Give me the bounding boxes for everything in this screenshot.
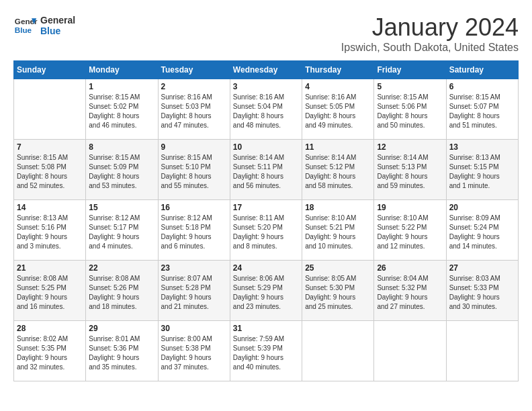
day-number: 29 bbox=[89, 324, 154, 333]
day-number: 10 bbox=[233, 142, 299, 152]
calendar-week-2: 7Sunrise: 8:15 AMSunset: 5:08 PMDaylight… bbox=[14, 140, 519, 200]
day-info: Sunrise: 8:04 AMSunset: 5:32 PMDaylight:… bbox=[377, 274, 443, 312]
day-info: Sunrise: 8:14 AMSunset: 5:11 PMDaylight:… bbox=[233, 153, 299, 191]
calendar-week-5: 28Sunrise: 8:02 AMSunset: 5:35 PMDayligh… bbox=[14, 321, 519, 381]
day-info: Sunrise: 8:00 AMSunset: 5:38 PMDaylight:… bbox=[161, 334, 227, 372]
calendar-cell: 16Sunrise: 8:12 AMSunset: 5:18 PMDayligh… bbox=[158, 200, 230, 261]
header-cell-friday: Friday bbox=[374, 61, 446, 79]
day-number: 5 bbox=[377, 82, 443, 91]
day-number: 9 bbox=[161, 142, 227, 152]
calendar-cell: 5Sunrise: 8:15 AMSunset: 5:06 PMDaylight… bbox=[374, 79, 446, 140]
day-number: 18 bbox=[305, 203, 371, 212]
day-number: 17 bbox=[233, 203, 299, 212]
calendar-cell: 7Sunrise: 8:15 AMSunset: 5:08 PMDaylight… bbox=[14, 140, 86, 200]
header-cell-monday: Monday bbox=[86, 61, 158, 79]
day-number: 3 bbox=[233, 82, 299, 91]
day-number: 30 bbox=[161, 324, 227, 333]
calendar-cell bbox=[14, 79, 86, 140]
day-number: 15 bbox=[89, 203, 154, 212]
day-info: Sunrise: 7:59 AMSunset: 5:39 PMDaylight:… bbox=[233, 334, 299, 372]
calendar-cell: 3Sunrise: 8:16 AMSunset: 5:04 PMDaylight… bbox=[230, 79, 302, 140]
title-area: January 2024 Ipswich, South Dakota, Unit… bbox=[341, 13, 519, 54]
day-info: Sunrise: 8:15 AMSunset: 5:10 PMDaylight:… bbox=[161, 153, 227, 191]
calendar-cell bbox=[446, 321, 518, 381]
day-info: Sunrise: 8:09 AMSunset: 5:24 PMDaylight:… bbox=[449, 214, 515, 251]
calendar-cell: 8Sunrise: 8:15 AMSunset: 5:09 PMDaylight… bbox=[86, 140, 158, 200]
calendar-cell: 4Sunrise: 8:16 AMSunset: 5:05 PMDaylight… bbox=[302, 79, 374, 140]
calendar-cell: 10Sunrise: 8:14 AMSunset: 5:11 PMDayligh… bbox=[230, 140, 302, 200]
day-info: Sunrise: 8:16 AMSunset: 5:05 PMDaylight:… bbox=[305, 93, 371, 130]
day-number: 23 bbox=[161, 263, 227, 273]
calendar-cell: 1Sunrise: 8:15 AMSunset: 5:02 PMDaylight… bbox=[86, 79, 158, 140]
calendar-cell: 14Sunrise: 8:13 AMSunset: 5:16 PMDayligh… bbox=[14, 200, 86, 261]
day-info: Sunrise: 8:12 AMSunset: 5:18 PMDaylight:… bbox=[161, 214, 227, 251]
day-number: 6 bbox=[449, 82, 515, 91]
header-cell-wednesday: Wednesday bbox=[230, 61, 302, 79]
calendar-week-4: 21Sunrise: 8:08 AMSunset: 5:25 PMDayligh… bbox=[14, 261, 519, 321]
calendar-cell: 21Sunrise: 8:08 AMSunset: 5:25 PMDayligh… bbox=[14, 261, 86, 321]
calendar-header-row: SundayMondayTuesdayWednesdayThursdayFrid… bbox=[14, 61, 519, 79]
day-info: Sunrise: 8:05 AMSunset: 5:30 PMDaylight:… bbox=[305, 274, 371, 312]
calendar-cell: 31Sunrise: 7:59 AMSunset: 5:39 PMDayligh… bbox=[230, 321, 302, 381]
calendar-cell: 25Sunrise: 8:05 AMSunset: 5:30 PMDayligh… bbox=[302, 261, 374, 321]
calendar-cell: 27Sunrise: 8:03 AMSunset: 5:33 PMDayligh… bbox=[446, 261, 518, 321]
day-info: Sunrise: 8:16 AMSunset: 5:04 PMDaylight:… bbox=[233, 93, 299, 130]
calendar-cell: 13Sunrise: 8:13 AMSunset: 5:15 PMDayligh… bbox=[446, 140, 518, 200]
svg-text:Blue: Blue bbox=[15, 26, 32, 34]
calendar-cell: 6Sunrise: 8:15 AMSunset: 5:07 PMDaylight… bbox=[446, 79, 518, 140]
day-number: 8 bbox=[89, 142, 154, 152]
calendar-table: SundayMondayTuesdayWednesdayThursdayFrid… bbox=[13, 60, 519, 381]
header-cell-sunday: Sunday bbox=[14, 61, 86, 79]
day-info: Sunrise: 8:14 AMSunset: 5:13 PMDaylight:… bbox=[377, 153, 443, 191]
day-number: 28 bbox=[17, 324, 83, 333]
day-info: Sunrise: 8:11 AMSunset: 5:20 PMDaylight:… bbox=[233, 214, 299, 251]
day-number: 2 bbox=[161, 82, 227, 91]
calendar-title: January 2024 bbox=[341, 13, 519, 42]
header: General Blue General Blue January 2024 I… bbox=[13, 13, 519, 54]
day-info: Sunrise: 8:02 AMSunset: 5:35 PMDaylight:… bbox=[17, 334, 83, 372]
calendar-subtitle: Ipswich, South Dakota, United States bbox=[341, 42, 519, 54]
logo: General Blue General Blue bbox=[13, 13, 75, 38]
day-info: Sunrise: 8:15 AMSunset: 5:08 PMDaylight:… bbox=[17, 153, 83, 191]
calendar-cell bbox=[374, 321, 446, 381]
day-number: 19 bbox=[377, 203, 443, 212]
calendar-cell: 26Sunrise: 8:04 AMSunset: 5:32 PMDayligh… bbox=[374, 261, 446, 321]
calendar-cell bbox=[302, 321, 374, 381]
day-info: Sunrise: 8:06 AMSunset: 5:29 PMDaylight:… bbox=[233, 274, 299, 312]
logo-line1: General bbox=[40, 15, 75, 26]
day-info: Sunrise: 8:08 AMSunset: 5:26 PMDaylight:… bbox=[89, 274, 154, 312]
calendar-cell: 22Sunrise: 8:08 AMSunset: 5:26 PMDayligh… bbox=[86, 261, 158, 321]
header-cell-tuesday: Tuesday bbox=[158, 61, 230, 79]
day-number: 13 bbox=[449, 142, 515, 152]
header-cell-saturday: Saturday bbox=[446, 61, 518, 79]
day-number: 7 bbox=[17, 142, 83, 152]
day-number: 21 bbox=[17, 263, 83, 273]
day-info: Sunrise: 8:13 AMSunset: 5:15 PMDaylight:… bbox=[449, 153, 515, 191]
day-info: Sunrise: 8:07 AMSunset: 5:28 PMDaylight:… bbox=[161, 274, 227, 312]
calendar-cell: 9Sunrise: 8:15 AMSunset: 5:10 PMDaylight… bbox=[158, 140, 230, 200]
calendar-cell: 17Sunrise: 8:11 AMSunset: 5:20 PMDayligh… bbox=[230, 200, 302, 261]
day-info: Sunrise: 8:03 AMSunset: 5:33 PMDaylight:… bbox=[449, 274, 515, 312]
day-number: 25 bbox=[305, 263, 371, 273]
day-number: 20 bbox=[449, 203, 515, 212]
day-info: Sunrise: 8:15 AMSunset: 5:07 PMDaylight:… bbox=[449, 93, 515, 130]
day-number: 1 bbox=[89, 82, 154, 91]
day-number: 14 bbox=[17, 203, 83, 212]
day-number: 31 bbox=[233, 324, 299, 333]
day-info: Sunrise: 8:08 AMSunset: 5:25 PMDaylight:… bbox=[17, 274, 83, 312]
day-info: Sunrise: 8:01 AMSunset: 5:36 PMDaylight:… bbox=[89, 334, 154, 372]
day-info: Sunrise: 8:13 AMSunset: 5:16 PMDaylight:… bbox=[17, 214, 83, 251]
day-number: 4 bbox=[305, 82, 371, 91]
day-number: 16 bbox=[161, 203, 227, 212]
day-number: 27 bbox=[449, 263, 515, 273]
calendar-cell: 24Sunrise: 8:06 AMSunset: 5:29 PMDayligh… bbox=[230, 261, 302, 321]
day-number: 26 bbox=[377, 263, 443, 273]
logo-icon: General Blue bbox=[13, 13, 38, 38]
calendar-week-3: 14Sunrise: 8:13 AMSunset: 5:16 PMDayligh… bbox=[14, 200, 519, 261]
day-number: 12 bbox=[377, 142, 443, 152]
calendar-cell: 20Sunrise: 8:09 AMSunset: 5:24 PMDayligh… bbox=[446, 200, 518, 261]
day-number: 24 bbox=[233, 263, 299, 273]
header-cell-thursday: Thursday bbox=[302, 61, 374, 79]
logo-line2: Blue bbox=[40, 26, 75, 36]
calendar-week-1: 1Sunrise: 8:15 AMSunset: 5:02 PMDaylight… bbox=[14, 79, 519, 140]
